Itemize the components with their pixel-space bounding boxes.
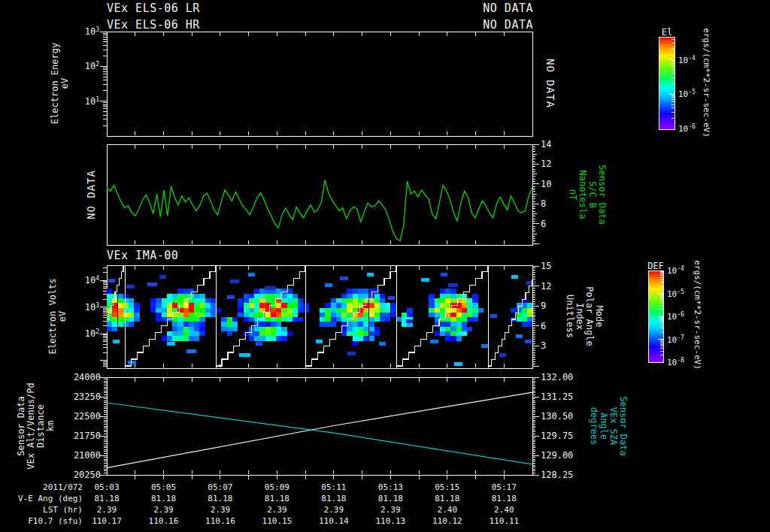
panel2-nodata-label: NO DATA	[86, 170, 97, 219]
lst-value: 2.39	[97, 506, 117, 515]
panel1-status-hr: NO DATA	[483, 19, 533, 32]
lst-value: 2.39	[380, 506, 401, 515]
lst-value: 2.39	[211, 506, 231, 515]
ve-ang-value: 81.18	[265, 494, 290, 503]
colorbar-def-tick-label: 10-6	[667, 312, 684, 322]
lst-value: 2.40	[438, 506, 458, 515]
panel2-y-tick-label: 12	[541, 159, 551, 168]
colorbar-el-title: El	[662, 28, 672, 37]
ve-ang-value: 81.18	[151, 494, 176, 503]
panel3-right-tick-label: 6	[541, 322, 546, 331]
time-tick-label: 05:03	[94, 483, 119, 492]
colorbar-el-tick-label: 10-5	[678, 89, 696, 99]
panel3-y-axis-label: Electron Volts eV	[48, 278, 68, 354]
panel4-right-tick-label: 128.25	[541, 470, 573, 479]
panel4-right-tick-label: 130.50	[541, 412, 573, 421]
time-tick-label: 05:05	[151, 483, 176, 492]
ve-ang-value: 81.18	[208, 494, 232, 503]
panel4-right-tick-label: 131.25	[541, 392, 573, 401]
time-tick-label: 05:11	[321, 483, 346, 492]
ve-ang-value: 81.18	[435, 494, 459, 503]
panel4-right-tick-label: 129.75	[541, 431, 573, 440]
panel3-right-axis-label: Mode Polar Angle Index Unitless	[565, 286, 604, 346]
colorbar-def-title: DEF	[647, 261, 664, 271]
colorbar-el-units: ergs/(cm**2-sr-sec-eV)	[702, 28, 711, 138]
colorbar-def-units: ergs/(cm**2-sr-sec-eV)	[693, 260, 702, 370]
date-label: 2011/072	[43, 483, 83, 492]
ve-ang-value: 81.18	[321, 494, 346, 503]
lst-value: 2.39	[324, 506, 344, 515]
lst-value: 2.39	[153, 506, 174, 515]
panel3-y-tick-label: 104	[85, 276, 99, 285]
panel4-y-axis-label: Sensor Data VEx Alt/Venus/Pd Distance km	[17, 382, 56, 470]
row-label-f107: F10.7 (sfu)	[28, 517, 83, 526]
f107-value: 110.12	[432, 517, 462, 526]
colorbar-el-tick-label: 10-6	[678, 124, 696, 134]
f107-value: 110.16	[149, 517, 179, 526]
panel2-y-tick-label: 14	[541, 140, 551, 149]
f107-value: 110.11	[489, 517, 519, 526]
panel1-title-hr: VEx ELS-06 HR	[107, 19, 200, 32]
time-tick-label: 05:15	[435, 483, 459, 492]
time-tick-label: 05:17	[492, 483, 517, 492]
panel3-right-tick-label: 3	[541, 341, 546, 350]
time-tick-label: 05:07	[208, 483, 232, 492]
lst-value: 2.39	[267, 506, 287, 515]
colorbar-def-tick-label: 10-4	[667, 266, 684, 276]
panel3-right-tick-label: 9	[541, 301, 546, 310]
panel4-right-tick-label: 132.00	[541, 373, 573, 382]
panel4-left-tick-label: 20250	[74, 470, 101, 479]
panel1-nodata-label: NO DATA	[544, 59, 556, 108]
panel3-right-tick-label: 12	[541, 282, 551, 291]
panel1-y-tick-label: 102	[85, 62, 99, 71]
f107-value: 110.17	[92, 517, 122, 526]
colorbar-def-tick-label: 10-7	[667, 335, 684, 345]
panel1-y-tick-label: 101	[85, 97, 99, 106]
panel3-y-tick-label: 103	[85, 303, 99, 312]
panel4-left-tick-label: 22500	[74, 412, 101, 421]
lst-value: 2.40	[494, 506, 514, 515]
panel4-left-tick-label: 21000	[74, 451, 101, 460]
f107-value: 110.15	[262, 517, 293, 526]
panel2-right-axis-label: Sensor Data S/C B Nanotesla nT	[568, 165, 607, 224]
panel4-right-tick-label: 129.00	[541, 451, 573, 460]
ve-ang-value: 81.18	[94, 494, 119, 503]
panel3-y-tick-label: 102	[85, 329, 99, 338]
plot-window: VEx ELS-06 LR VEx ELS-06 HR NO DATA NO D…	[0, 0, 770, 532]
colorbar-def-tick-label: 10-5	[667, 289, 684, 299]
panel1-status-lr: NO DATA	[483, 2, 533, 15]
row-label-lst: LST (hr)	[43, 506, 83, 515]
f107-value: 110.16	[205, 517, 235, 526]
colorbar-el-tick-label: 10-4	[678, 56, 696, 65]
panel1-title-lr: VEx ELS-06 LR	[107, 2, 200, 15]
time-tick-label: 05:09	[265, 483, 290, 492]
f107-value: 110.13	[375, 517, 405, 526]
colorbar-def-tick-label: 10-8	[667, 358, 684, 367]
panel2-y-tick-label: 8	[541, 199, 546, 208]
f107-value: 110.14	[319, 517, 349, 526]
panel4-left-tick-label: 21750	[74, 431, 101, 440]
panel2-y-tick-label: 6	[541, 219, 546, 228]
panel4-right-axis-label: Sensor Data VEx SZA Angle degrees	[589, 396, 628, 455]
panel1-y-axis-label: Electron Energy eV	[50, 43, 70, 124]
panel3-title: VEx IMA-00	[107, 249, 178, 262]
panel2-y-tick-label: 10	[541, 180, 551, 189]
panel1-y-tick-label: 103	[85, 27, 99, 36]
panel3-right-tick-label: 15	[541, 261, 551, 271]
panel4-left-tick-label: 23250	[74, 392, 101, 401]
time-tick-label: 05:13	[378, 483, 403, 492]
panel4-left-tick-label: 24000	[74, 373, 101, 382]
row-label-ve-ang: V-E Ang (deg)	[18, 494, 83, 503]
ve-ang-value: 81.18	[492, 494, 517, 503]
ve-ang-value: 81.18	[378, 494, 403, 503]
